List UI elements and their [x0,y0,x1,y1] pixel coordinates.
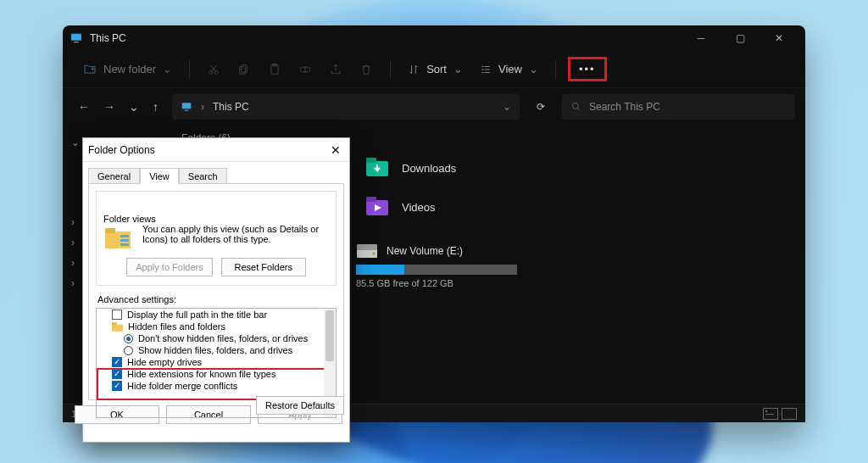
folder-views-group: Folder views You can apply this view (su… [96,191,337,286]
radio[interactable] [124,346,133,355]
checkbox[interactable]: ✓ [112,369,122,379]
refresh-button[interactable]: ⟳ [528,101,554,113]
up-button[interactable]: ↑ [153,100,159,114]
folder-label: Downloads [402,162,456,175]
dialog-tabs: GeneralViewSearch [83,162,349,183]
more-options-button[interactable]: ••• [568,57,607,81]
navbar: ← → ⌄ ↑ › This PC ⌄ ⟳ Search This PC [63,88,805,126]
advanced-item-label: Don't show hidden files, folders, or dri… [138,333,308,343]
drive-label: New Volume (E:) [387,245,463,257]
advanced-item-label: Hide extensions for known file types [127,369,275,379]
dialog-close-button[interactable]: ✕ [327,143,344,157]
advanced-item-label: Display the full path in the title bar [127,310,267,320]
svg-rect-39 [112,324,123,331]
svg-rect-40 [112,322,117,325]
advanced-item[interactable]: Display the full path in the title bar [100,309,332,321]
advanced-item[interactable]: ✓Hide folder merge conflicts [100,380,332,392]
view-button[interactable]: View⌄ [475,59,543,79]
advanced-item-label: Hide folder merge conflicts [127,381,237,391]
dialog-tab[interactable]: General [88,168,140,184]
minimize-button[interactable]: ─ [682,25,721,51]
advanced-label: Advanced settings: [97,294,337,304]
svg-point-2 [209,70,213,74]
folder-icon [363,195,392,219]
rename-icon[interactable] [293,59,317,80]
drive-item[interactable]: New Volume (E:)85.5 GB free of 122 GB [356,243,517,288]
folder-item[interactable]: Videos [356,190,517,224]
svg-rect-9 [182,103,192,109]
checkbox[interactable]: ✓ [112,357,122,367]
search-icon [570,101,582,113]
pc-icon [70,31,83,45]
delete-icon[interactable] [354,59,378,80]
folder-icon [363,156,392,180]
svg-rect-1 [74,42,78,42]
new-folder-button[interactable]: New folder ⌄ [78,59,177,80]
svg-rect-22 [366,197,376,202]
svg-rect-10 [185,110,189,111]
pc-icon [181,101,192,113]
sort-button[interactable]: Sort⌄ [403,59,468,79]
share-icon[interactable] [324,59,348,80]
svg-point-11 [572,103,578,109]
advanced-item: Hidden files and folders [100,321,332,332]
tiles-view-button[interactable] [782,408,797,420]
address-bar[interactable]: › This PC ⌄ [172,94,520,120]
recent-button[interactable]: ⌄ [129,100,139,114]
svg-point-3 [214,70,218,74]
drive-free: 85.5 GB free of 122 GB [356,278,517,288]
toolbar: New folder ⌄ Sort⌄ View⌄ ••• [63,51,805,88]
details-view-button[interactable] [763,408,778,420]
ellipsis-icon: ••• [579,63,596,75]
maximize-button[interactable]: ▢ [721,25,760,51]
svg-rect-33 [105,228,115,233]
svg-rect-0 [71,34,81,41]
folder-item[interactable]: Downloads [356,151,517,185]
forward-button[interactable]: → [103,100,115,114]
restore-defaults-button[interactable]: Restore Defaults [256,396,344,415]
reset-folders-button[interactable]: Reset Folders [221,258,306,276]
folder-views-icon [103,224,134,251]
advanced-item-label: Hidden files and folders [128,321,225,332]
advanced-item[interactable]: ✓Hide extensions for known file types [100,368,332,380]
svg-rect-35 [120,239,129,242]
advanced-item[interactable]: Show hidden files, folders, and drives [100,344,332,356]
svg-point-28 [373,253,376,255]
close-button[interactable]: ✕ [760,25,798,51]
folder-options-dialog: Folder Options ✕ GeneralViewSearch Folde… [82,137,350,443]
cut-icon[interactable] [202,59,225,80]
apply-to-folders-button[interactable]: Apply to Folders [126,258,212,276]
svg-rect-5 [240,66,246,74]
svg-rect-27 [357,244,377,250]
drive-icon [356,243,378,259]
radio[interactable] [124,334,133,343]
chevron-down-icon[interactable]: ⌄ [503,101,511,113]
titlebar: This PC ─ ▢ ✕ [63,25,805,51]
advanced-item-label: Show hidden files, folders, and drives [138,345,292,355]
folder-views-desc: You can apply this view (such as Details… [142,224,329,251]
checkbox[interactable]: ✓ [112,381,122,391]
checkbox[interactable] [112,310,122,320]
svg-rect-36 [120,243,129,246]
dialog-tab[interactable]: View [140,168,179,184]
svg-rect-34 [120,235,129,237]
back-button[interactable]: ← [78,100,90,114]
dialog-body: Folder views You can apply this view (su… [88,183,344,400]
svg-rect-4 [242,64,248,72]
folder-icon [112,322,123,332]
advanced-item[interactable]: Don't show hidden files, folders, or dri… [100,332,332,344]
dialog-titlebar: Folder Options ✕ [83,138,349,162]
search-box[interactable]: Search This PC [562,94,795,120]
svg-rect-17 [366,158,376,163]
paste-icon[interactable] [263,59,287,80]
advanced-item-label: Hide empty drives [127,357,202,367]
window-title: This PC [90,32,126,44]
dialog-title: Folder Options [88,144,155,156]
folder-label: Videos [402,201,436,214]
advanced-item[interactable]: ✓Hide empty drives [100,356,332,368]
copy-icon[interactable] [232,59,256,80]
dialog-tab[interactable]: Search [179,168,227,184]
